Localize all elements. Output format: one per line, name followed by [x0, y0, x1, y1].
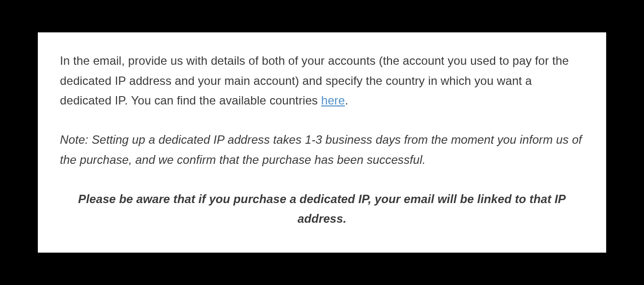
content-card: In the email, provide us with details of…: [38, 32, 606, 252]
intro-text-before-link: In the email, provide us with details of…: [60, 54, 569, 107]
note-paragraph: Note: Setting up a dedicated IP address …: [60, 130, 584, 170]
warning-paragraph: Please be aware that if you purchase a d…: [60, 189, 584, 229]
intro-paragraph: In the email, provide us with details of…: [60, 51, 584, 110]
intro-text-after-link: .: [345, 94, 348, 107]
available-countries-link[interactable]: here: [321, 94, 345, 107]
